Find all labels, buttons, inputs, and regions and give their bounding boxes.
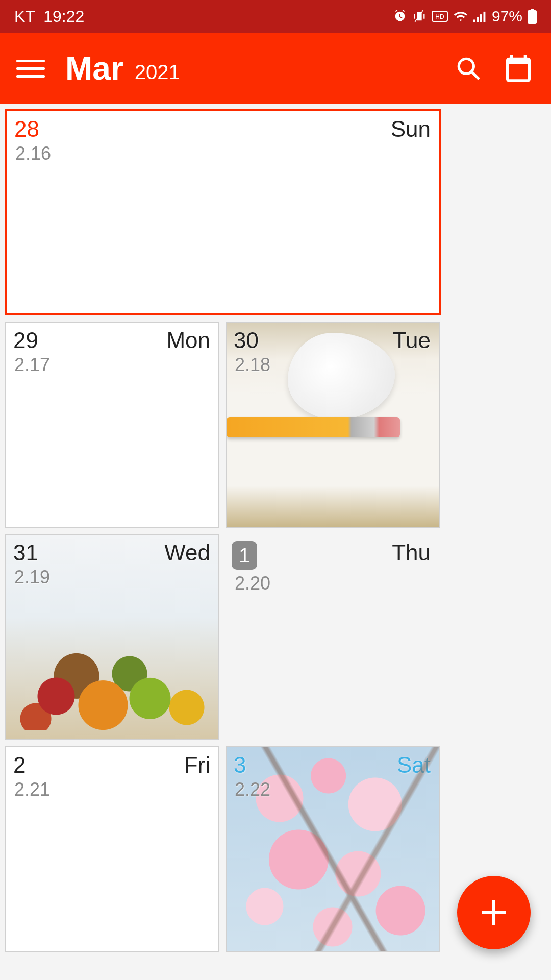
day-of-week: Fri xyxy=(184,752,210,778)
svg-rect-7 xyxy=(531,9,534,11)
alarm-icon xyxy=(393,9,407,23)
today-date-badge: 1 xyxy=(502,66,535,82)
battery-icon xyxy=(528,9,537,24)
day-cell-30[interactable]: 30 Tue 2.18 xyxy=(226,322,440,528)
day-of-week: Thu xyxy=(392,540,431,566)
add-event-button[interactable] xyxy=(457,876,531,949)
day-date: 30 xyxy=(234,328,259,353)
day-of-week: Wed xyxy=(164,540,210,566)
svg-rect-3 xyxy=(477,17,479,22)
day-cell-28[interactable]: 28 Sun 2.16 xyxy=(5,109,441,315)
day-date: 29 xyxy=(13,328,38,353)
today-button[interactable]: 1 xyxy=(502,52,535,85)
header-year[interactable]: 2021 xyxy=(135,61,180,84)
status-bar: KT 19:22 HD 97% xyxy=(0,0,551,33)
day-of-week: Sun xyxy=(391,116,431,142)
day-of-week: Sat xyxy=(397,752,431,778)
day-date: 31 xyxy=(13,540,38,566)
day-sub: 2.19 xyxy=(14,567,50,588)
day-sub: 2.22 xyxy=(235,779,270,800)
day-cell-2[interactable]: 2 Fri 2.21 xyxy=(5,746,219,952)
day-of-week: Mon xyxy=(166,328,210,353)
day-sub: 2.20 xyxy=(235,573,270,594)
header-month[interactable]: Mar xyxy=(65,50,123,87)
day-cell-31[interactable]: 31 Wed 2.19 xyxy=(5,534,219,740)
svg-rect-5 xyxy=(483,12,485,22)
svg-rect-6 xyxy=(528,10,537,24)
wifi-icon xyxy=(453,10,468,22)
day-date: 2 xyxy=(13,752,26,778)
day-cell-1[interactable]: 1 Thu 2.20 xyxy=(226,534,440,740)
menu-button[interactable] xyxy=(16,54,45,83)
battery-percent: 97% xyxy=(492,8,522,25)
day-cell-3[interactable]: 3 Sat 2.22 xyxy=(226,746,440,952)
svg-line-9 xyxy=(471,71,479,79)
signal-icon xyxy=(473,10,487,22)
day-sub: 2.17 xyxy=(14,354,50,376)
day-sub: 2.18 xyxy=(235,354,270,376)
day-of-week: Tue xyxy=(393,328,431,353)
svg-rect-2 xyxy=(473,20,475,22)
day-date: 3 xyxy=(234,752,246,778)
day-sub: 2.21 xyxy=(14,779,50,800)
svg-point-8 xyxy=(459,59,473,74)
svg-rect-4 xyxy=(480,14,482,22)
carrier-label: KT xyxy=(14,7,35,26)
calendar-grid: 28 Sun 2.16 29 Mon 2.17 30 Tue 2.18 31 W… xyxy=(0,104,551,952)
day-sub: 2.16 xyxy=(15,143,51,164)
search-button[interactable] xyxy=(454,54,483,83)
day-cell-29[interactable]: 29 Mon 2.17 xyxy=(5,322,219,528)
vibrate-icon xyxy=(412,9,427,23)
hd-icon: HD xyxy=(432,11,448,22)
svg-text:HD: HD xyxy=(435,13,444,20)
plus-icon xyxy=(482,900,506,925)
status-carrier-time: KT 19:22 xyxy=(14,7,84,26)
app-header: Mar 2021 1 xyxy=(0,33,551,104)
day-date: 1 xyxy=(232,541,257,570)
status-tray: HD 97% xyxy=(393,8,537,25)
day-date: 28 xyxy=(14,116,39,142)
clock-label: 19:22 xyxy=(43,7,84,26)
